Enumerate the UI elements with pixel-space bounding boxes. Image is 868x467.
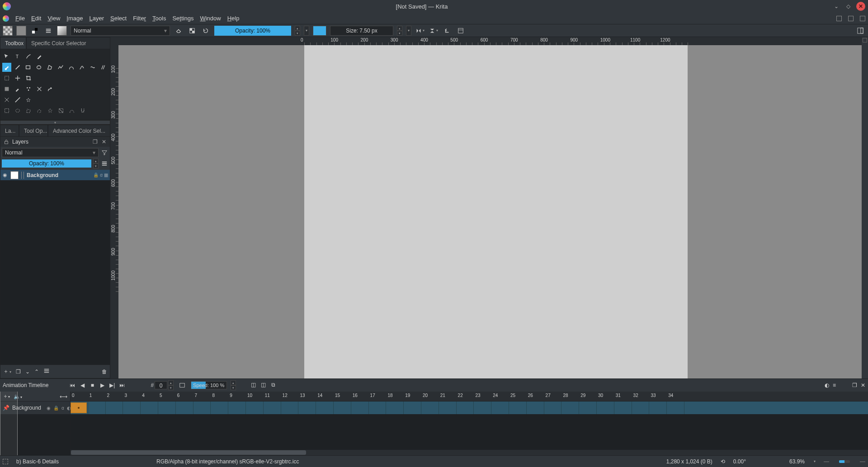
- playback-speed-slider[interactable]: Speed: 100 %: [191, 381, 227, 389]
- duplicate-layer-button[interactable]: ❐: [16, 369, 21, 375]
- polygon-tool-icon[interactable]: [45, 63, 54, 72]
- assistant-tool-icon[interactable]: [2, 95, 11, 104]
- tl-visibility-icon[interactable]: ◉: [47, 406, 51, 411]
- reload-preset-icon[interactable]: [201, 26, 211, 36]
- tab-tool-options[interactable]: Tool Op...: [19, 125, 48, 136]
- vertical-ruler[interactable]: 1002003004005006007008009001000: [110, 45, 118, 378]
- selection-mode-icon[interactable]: [3, 459, 8, 464]
- smart-patch-icon[interactable]: [35, 84, 44, 93]
- pattern-swatch[interactable]: [3, 26, 13, 36]
- similar-select-icon[interactable]: [57, 106, 66, 115]
- move-layer-tool-icon[interactable]: [13, 74, 22, 83]
- status-pointer-icon[interactable]: ⟲: [721, 458, 725, 465]
- measure-tool-icon[interactable]: [13, 95, 22, 104]
- move-layer-down-button[interactable]: ⌄: [25, 369, 30, 375]
- size-spinner[interactable]: ▴▾: [397, 26, 402, 36]
- opacity-spinner[interactable]: ▴▾: [295, 26, 300, 36]
- gradient-swatch[interactable]: [16, 26, 26, 36]
- blend-mode-select[interactable]: Normal: [71, 26, 170, 36]
- stop-button[interactable]: ■: [89, 382, 95, 388]
- layer-properties-button[interactable]: [43, 368, 50, 375]
- tab-toolbox[interactable]: Toolbox: [0, 37, 26, 49]
- multi-brush-icon[interactable]: [99, 63, 108, 72]
- line-tool-icon[interactable]: [13, 63, 22, 72]
- onion-skin-settings-icon[interactable]: ⧉: [269, 382, 277, 389]
- menu-file[interactable]: File: [15, 15, 25, 22]
- menu-layer[interactable]: Layer: [89, 15, 104, 22]
- brush-tool-icon[interactable]: [2, 63, 11, 72]
- menu-window[interactable]: Window: [200, 15, 221, 22]
- rect-select-icon[interactable]: [2, 106, 11, 115]
- contiguous-select-icon[interactable]: [46, 106, 55, 115]
- dynamic-brush-icon[interactable]: [88, 63, 97, 72]
- brush-size-slider[interactable]: Size: 7.50 px: [330, 26, 393, 36]
- float-docker-icon[interactable]: ❐: [92, 139, 98, 145]
- menu-select[interactable]: Select: [110, 15, 127, 22]
- play-button[interactable]: ▶: [99, 382, 105, 388]
- gradient-tool-icon[interactable]: [46, 84, 55, 93]
- edit-shapes-tool-icon[interactable]: [24, 52, 33, 61]
- polyline-tool-icon[interactable]: [56, 63, 65, 72]
- freehand-path-icon[interactable]: [78, 63, 87, 72]
- choose-workspace-icon[interactable]: [855, 26, 865, 36]
- menu-edit[interactable]: Edit: [31, 15, 41, 22]
- visibility-toggle-icon[interactable]: ◉: [2, 173, 8, 178]
- mirror-horizontal-icon[interactable]: ▾: [415, 26, 425, 36]
- timeline-hscrollbar[interactable]: [71, 450, 868, 455]
- wrap-around-icon[interactable]: [442, 26, 452, 36]
- size-dropdown[interactable]: ▾: [406, 26, 411, 36]
- zoom-out-icon[interactable]: —: [824, 458, 829, 465]
- speed-spinner[interactable]: ▴▾: [231, 380, 236, 390]
- swap-colors-icon[interactable]: [30, 26, 40, 36]
- lock-docker-icon[interactable]: [3, 139, 9, 145]
- goto-first-frame-button[interactable]: ⏮: [69, 382, 75, 388]
- status-rotation[interactable]: 0.00°: [733, 458, 746, 465]
- polygonal-select-icon[interactable]: [24, 106, 33, 115]
- delete-layer-button[interactable]: 🗑: [102, 369, 107, 375]
- zoom-dropdown-icon[interactable]: ▾: [814, 459, 816, 463]
- close-docker-icon[interactable]: ✕: [101, 139, 107, 145]
- layer-blend-mode-select[interactable]: Normal: [2, 148, 99, 157]
- layer-opacity-slider[interactable]: Opacity: 100%: [2, 159, 91, 168]
- eraser-icon[interactable]: [174, 26, 184, 36]
- minimize-button[interactable]: ⌄: [833, 3, 840, 10]
- calligraphy-tool-icon[interactable]: [35, 52, 44, 61]
- onion-skin-prev-icon[interactable]: ◫: [250, 382, 257, 389]
- filter-layers-icon[interactable]: [100, 149, 108, 157]
- status-color-profile[interactable]: RGB/Alpha (8-bit integer/channel) sRGB-e…: [156, 458, 299, 465]
- fill-tool-icon[interactable]: [2, 84, 11, 93]
- ellipse-tool-icon[interactable]: [34, 63, 43, 72]
- layer-inherit-alpha-icon[interactable]: ▦: [104, 173, 108, 177]
- layer-opacity-spinner[interactable]: ▴▾: [93, 159, 99, 168]
- close-button[interactable]: ✕: [856, 2, 865, 11]
- frame-number-spinner[interactable]: ▴▾: [168, 380, 174, 390]
- ruler-origin-corner[interactable]: [110, 37, 118, 45]
- horizontal-ruler[interactable]: 0100200300400500600700800900100011001200: [118, 37, 862, 45]
- onion-skin-next-icon[interactable]: ◫: [259, 382, 267, 389]
- next-frame-button[interactable]: ▶|: [109, 382, 115, 388]
- menu-filter[interactable]: Filter: [133, 15, 146, 22]
- add-layer-button[interactable]: ＋▾: [3, 368, 11, 375]
- menu-settings[interactable]: Settings: [172, 15, 193, 22]
- bezier-select-icon[interactable]: [67, 106, 76, 115]
- brush-settings-icon[interactable]: [43, 26, 53, 36]
- crop-tool-icon[interactable]: [24, 74, 33, 83]
- subwindow-min-icon[interactable]: [836, 16, 842, 21]
- zoom-in-icon[interactable]: —: [860, 458, 865, 465]
- fg-color-chip[interactable]: [313, 26, 326, 36]
- tl-alpha-icon[interactable]: α: [61, 406, 64, 411]
- preserve-alpha-icon[interactable]: [187, 26, 197, 36]
- anim-settings-icon[interactable]: ◐: [825, 382, 829, 388]
- tab-advanced-color-selector[interactable]: Advanced Color Sel...: [48, 125, 110, 136]
- anim-float-icon[interactable]: ❐: [852, 382, 857, 388]
- tab-specific-color-selector[interactable]: Specific Color Selector: [26, 37, 110, 49]
- timeline-ruler[interactable]: 0123456789101112131415161718192021222324…: [71, 392, 868, 402]
- layer-alpha-lock-icon[interactable]: α: [100, 173, 103, 177]
- anim-menu-icon[interactable]: ≡: [833, 382, 836, 388]
- drop-frames-icon[interactable]: [177, 380, 187, 390]
- layer-item-background[interactable]: ◉ Background 🔒 α ▦: [0, 170, 110, 181]
- rectangle-tool-icon[interactable]: [24, 63, 33, 72]
- canvas-viewport[interactable]: [118, 45, 862, 378]
- maximize-button[interactable]: ◇: [844, 3, 852, 10]
- canvas-page[interactable]: [304, 45, 688, 378]
